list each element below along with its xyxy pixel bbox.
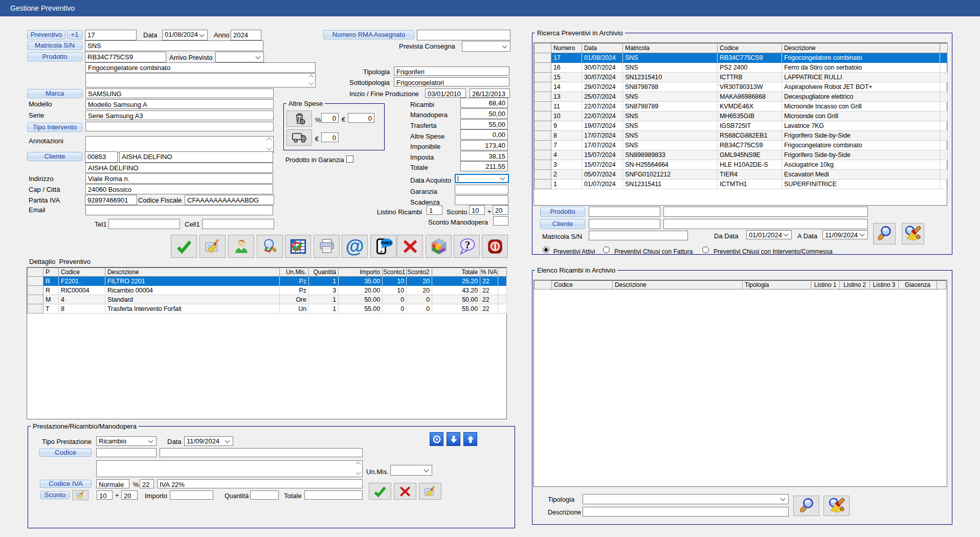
svg-text:?: ? xyxy=(464,238,470,251)
svg-text:SMS: SMS xyxy=(381,239,392,245)
